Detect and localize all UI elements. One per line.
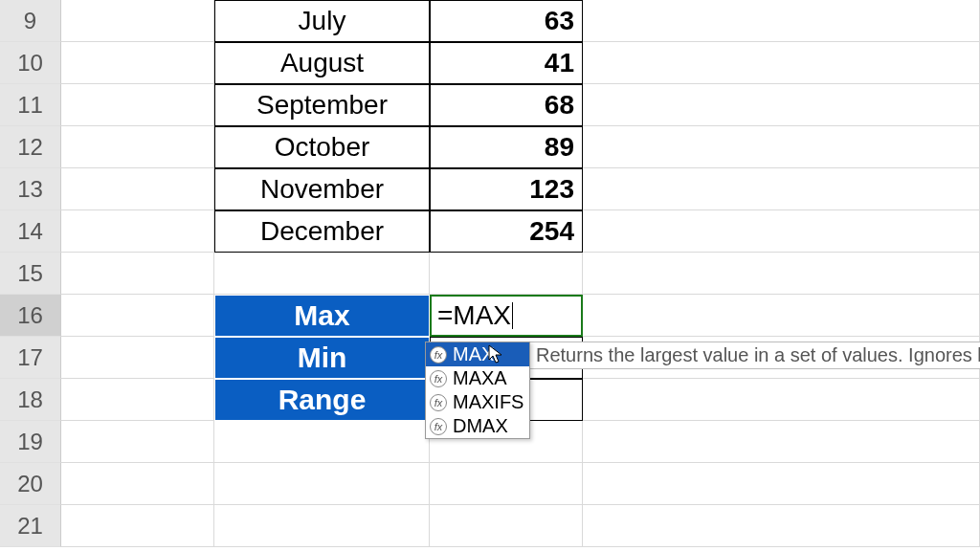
autocomplete-item-max[interactable]: fx MAX — [426, 342, 529, 366]
cell-blank[interactable] — [61, 463, 214, 505]
function-icon: fx — [430, 394, 447, 411]
cell-blank[interactable] — [61, 84, 214, 126]
cell-blank[interactable] — [61, 42, 214, 84]
cell-blank[interactable] — [430, 505, 583, 547]
cell-blank[interactable] — [583, 253, 980, 295]
cell-value[interactable]: 41 — [430, 42, 583, 84]
cell-blank[interactable] — [61, 210, 214, 253]
cell-blank[interactable] — [583, 421, 980, 463]
cell-value[interactable]: 89 — [430, 126, 583, 168]
cell-blank[interactable] — [583, 42, 980, 84]
cell-month[interactable]: October — [214, 126, 430, 168]
formula-cell-editing[interactable]: =MAX — [430, 295, 583, 337]
cell-blank[interactable] — [583, 463, 980, 505]
cell-blank[interactable] — [61, 0, 214, 42]
function-description-tooltip: Returns the largest value in a set of va… — [527, 342, 980, 369]
spreadsheet-grid: 9 July 63 10 August 41 11 September 68 1… — [0, 0, 980, 547]
cell-month[interactable]: July — [214, 0, 430, 42]
cell-month[interactable]: August — [214, 42, 430, 84]
cell-blank[interactable] — [214, 505, 430, 547]
cell-blank[interactable] — [583, 0, 980, 42]
text-cursor-icon — [512, 302, 513, 329]
cell-blank[interactable] — [61, 379, 214, 421]
row-header[interactable]: 14 — [0, 210, 61, 253]
row-header[interactable]: 9 — [0, 0, 61, 42]
formula-autocomplete-popup: fx MAX fx MAXA fx MAXIFS fx DMAX — [425, 342, 530, 439]
cell-blank[interactable] — [583, 210, 980, 253]
cell-month[interactable]: September — [214, 84, 430, 126]
cell-blank[interactable] — [430, 253, 583, 295]
label-range[interactable]: Range — [214, 379, 430, 421]
row-header-active[interactable]: 16 — [0, 295, 61, 337]
autocomplete-label: DMAX — [453, 415, 508, 437]
cell-blank[interactable] — [583, 126, 980, 168]
row-header[interactable]: 18 — [0, 379, 61, 421]
cell-blank[interactable] — [583, 295, 980, 337]
cell-value[interactable]: 68 — [430, 84, 583, 126]
row-header[interactable]: 13 — [0, 168, 61, 210]
row-header[interactable]: 21 — [0, 505, 61, 547]
row-header[interactable]: 10 — [0, 42, 61, 84]
autocomplete-item-dmax[interactable]: fx DMAX — [426, 414, 529, 438]
row-header[interactable]: 12 — [0, 126, 61, 168]
cell-blank[interactable] — [214, 463, 430, 505]
row-header[interactable]: 17 — [0, 337, 61, 379]
cell-blank[interactable] — [61, 295, 214, 337]
cell-blank[interactable] — [583, 168, 980, 210]
formula-text: =MAX — [437, 300, 511, 331]
row-header[interactable]: 11 — [0, 84, 61, 126]
cell-value[interactable]: 63 — [430, 0, 583, 42]
function-icon: fx — [430, 346, 447, 364]
row-header[interactable]: 19 — [0, 421, 61, 463]
label-min[interactable]: Min — [214, 337, 430, 379]
cell-value[interactable]: 254 — [430, 210, 583, 253]
cell-blank[interactable] — [61, 505, 214, 547]
function-icon: fx — [430, 418, 447, 435]
autocomplete-label: MAX — [453, 343, 494, 365]
row-header[interactable]: 15 — [0, 253, 61, 295]
cell-value[interactable]: 123 — [430, 168, 583, 210]
function-icon: fx — [430, 370, 447, 387]
cell-blank[interactable] — [214, 253, 430, 295]
cell-blank[interactable] — [430, 463, 583, 505]
cell-month[interactable]: December — [214, 210, 430, 253]
cell-blank[interactable] — [61, 253, 214, 295]
autocomplete-item-maxa[interactable]: fx MAXA — [426, 366, 529, 390]
cell-blank[interactable] — [583, 505, 980, 547]
cell-blank[interactable] — [61, 126, 214, 168]
cell-month[interactable]: November — [214, 168, 430, 210]
row-header[interactable]: 20 — [0, 463, 61, 505]
autocomplete-label: MAXA — [453, 367, 507, 389]
label-max[interactable]: Max — [214, 295, 430, 337]
cell-blank[interactable] — [61, 337, 214, 379]
cell-blank[interactable] — [583, 379, 980, 421]
cell-blank[interactable] — [61, 421, 214, 463]
cell-blank[interactable] — [214, 421, 430, 463]
autocomplete-item-maxifs[interactable]: fx MAXIFS — [426, 390, 529, 414]
cell-blank[interactable] — [583, 84, 980, 126]
cell-blank[interactable] — [61, 168, 214, 210]
autocomplete-label: MAXIFS — [453, 391, 523, 413]
